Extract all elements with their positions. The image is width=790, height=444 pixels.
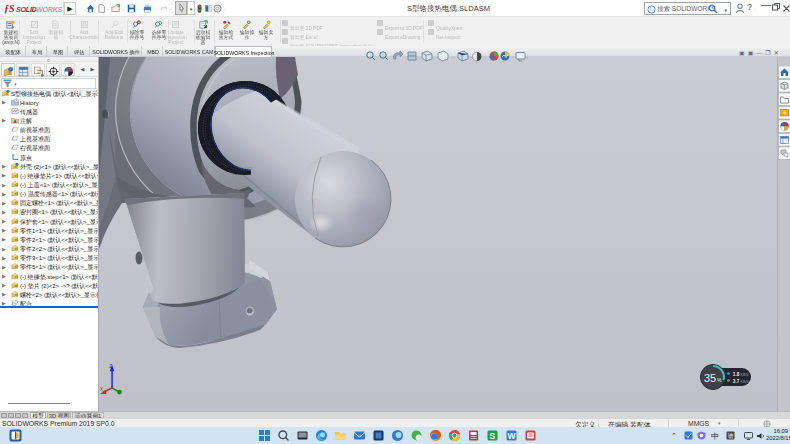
svg-text:KB/S: KB/S: [741, 380, 750, 384]
svg-text:35: 35: [704, 372, 716, 384]
svg-text:·: ·: [452, 54, 454, 60]
svg-text:%: %: [717, 377, 722, 383]
svg-text:·: ·: [484, 54, 486, 60]
svg-text:X: X: [100, 387, 103, 392]
svg-text:谱: 谱: [728, 433, 734, 440]
svg-text:KB/S: KB/S: [741, 373, 750, 377]
svg-text:·: ·: [470, 54, 472, 60]
svg-text:Z: Z: [109, 364, 112, 369]
svg-text:W: W: [508, 431, 517, 441]
svg-text:·: ·: [526, 54, 528, 60]
svg-text:WORKS: WORKS: [36, 5, 63, 14]
svg-text:S: S: [490, 431, 496, 441]
svg-text:·: ·: [511, 54, 513, 60]
svg-text:1.8: 1.8: [733, 372, 740, 377]
svg-text:3.7: 3.7: [733, 379, 740, 384]
svg-text:SOLID: SOLID: [16, 5, 37, 14]
svg-text:i: i: [650, 6, 651, 12]
svg-text:ƒS: ƒS: [4, 3, 15, 14]
